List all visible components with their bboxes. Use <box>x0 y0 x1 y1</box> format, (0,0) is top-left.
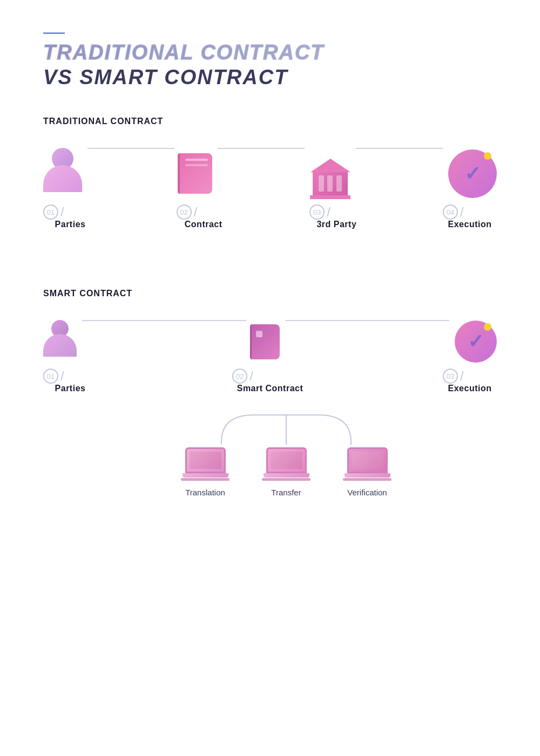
page-title: TRADITIONAL CONTRACT VS SMART CONTRACT <box>43 40 497 90</box>
flow-connector <box>356 148 443 149</box>
title-accent-bar <box>43 32 65 34</box>
laptop-screen <box>266 447 307 473</box>
traditional-step-3 <box>310 148 350 199</box>
sub-items-row: Translation Transfer <box>173 447 400 497</box>
sub-tree-container: Translation Transfer <box>43 410 497 497</box>
title-line1: TRADITIONAL CONTRACT <box>43 40 497 65</box>
traditional-flow-row <box>43 148 497 199</box>
spacer <box>43 262 497 289</box>
laptop-foot <box>343 478 392 481</box>
connector-3-4 <box>350 148 448 160</box>
check-circle-dot <box>484 152 491 160</box>
traditional-section-label: TRADITIONAL CONTRACT <box>43 117 497 126</box>
step-num-1: 01 / <box>43 205 97 220</box>
building-base <box>310 195 350 199</box>
flow-connector <box>218 148 305 149</box>
page: TRADITIONAL CONTRACT VS SMART CONTRACT T… <box>0 0 540 756</box>
flow-connector <box>87 148 174 149</box>
smart-labels-row: 01 / Parties 02 / Smart Contract 03 / <box>43 369 497 393</box>
building-body <box>313 172 348 195</box>
smart-flow-row <box>43 320 497 363</box>
trad-label-1: 01 / Parties <box>43 205 97 229</box>
step-num-2: 02 / <box>177 205 231 220</box>
smart-label-1: 01 / Parties <box>43 369 97 393</box>
trad-step-2-label: Contract <box>177 220 231 229</box>
smart-contract-section: SMART CONTRACT <box>43 289 497 497</box>
laptop-base <box>183 473 228 478</box>
smart-step-1-label: Parties <box>43 384 97 393</box>
laptop-transfer-icon <box>264 447 309 482</box>
person-body-smart <box>43 334 77 357</box>
laptop-verification-icon <box>345 447 390 482</box>
person-icon-smart <box>43 320 77 357</box>
sub-item-transfer: Transfer <box>256 447 316 497</box>
smart-contract-book-icon <box>252 324 280 359</box>
building-icon <box>310 159 350 199</box>
trad-step-1-label: Parties <box>43 220 97 229</box>
title-section: TRADITIONAL CONTRACT VS SMART CONTRACT <box>43 32 497 90</box>
laptop-screen <box>185 447 226 473</box>
traditional-labels-row: 01 / Parties 02 / Contract 03 / 3rd <box>43 205 497 229</box>
laptop-base <box>345 473 390 478</box>
laptop-translation-icon <box>183 447 228 482</box>
traditional-step-1 <box>43 148 82 195</box>
step-num-3: 03 / <box>309 205 363 220</box>
traditional-contract-section: TRADITIONAL CONTRACT <box>43 117 497 229</box>
traditional-step-4 <box>448 148 497 199</box>
smart-label-3: 03 / Execution <box>443 369 497 393</box>
sub-label-translation: Translation <box>185 488 225 497</box>
trad-label-3: 03 / 3rd Party <box>309 205 363 229</box>
person-icon <box>43 148 82 192</box>
smart-step-2 <box>252 320 280 363</box>
trad-label-2: 02 / Contract <box>177 205 231 229</box>
sub-label-transfer: Transfer <box>271 488 301 497</box>
trad-step-3-label: 3rd Party <box>309 220 363 229</box>
tree-arc <box>173 410 400 445</box>
smart-step-2-label: Smart Contract <box>232 384 308 393</box>
smart-label-2: 02 / Smart Contract <box>232 369 308 393</box>
sub-item-verification: Verification <box>338 447 397 497</box>
connector-2-3 <box>212 148 310 160</box>
building-roof <box>310 159 350 172</box>
flow-connector-smart <box>285 320 449 321</box>
laptop-screen <box>347 447 388 473</box>
tree-svg <box>189 410 383 445</box>
trad-step-4-label: Execution <box>443 220 497 229</box>
smart-connector-1-2 <box>77 320 252 332</box>
smart-step-1 <box>43 320 77 359</box>
title-line2: VS SMART CONTRACT <box>43 65 497 90</box>
trad-label-4: 04 / Execution <box>443 205 497 229</box>
flow-connector-smart <box>82 320 246 321</box>
contract-book-icon <box>180 153 212 194</box>
sub-item-translation: Translation <box>176 447 235 497</box>
smart-step-3-label: Execution <box>443 384 497 393</box>
step-num-4: 04 / <box>443 205 497 220</box>
laptop-foot <box>262 478 310 481</box>
laptop-base <box>264 473 309 478</box>
sub-label-verification: Verification <box>347 488 387 497</box>
traditional-step-2 <box>180 148 212 199</box>
laptop-foot <box>181 478 230 481</box>
connector-1-2 <box>82 148 180 160</box>
person-body <box>43 165 82 192</box>
smart-step-3 <box>455 320 497 363</box>
smart-connector-2-3 <box>280 320 455 332</box>
smart-section-label: SMART CONTRACT <box>43 289 497 298</box>
